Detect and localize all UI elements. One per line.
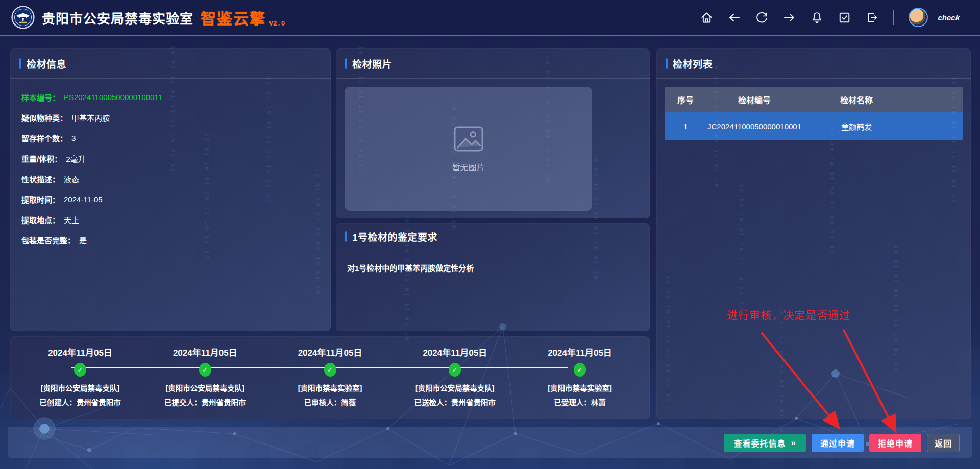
- title-accent-bar: [19, 58, 21, 69]
- username-label: check: [938, 13, 960, 22]
- back-button[interactable]: 返回: [927, 434, 960, 452]
- review-annotation-text: 进行审核，决定是否通过: [727, 307, 850, 322]
- specimen-photo-title: 检材照片: [352, 57, 392, 70]
- app-title: 贵阳市公安局禁毒实验室: [42, 8, 193, 27]
- requirement-panel: 1号检材的鉴定要求 对1号检材中的甲基苯丙胺做定性分析: [336, 223, 650, 331]
- todo-check-icon[interactable]: [838, 11, 851, 24]
- check-circle-icon: ✓: [74, 363, 86, 377]
- bell-icon[interactable]: [811, 11, 823, 24]
- user-avatar[interactable]: [909, 8, 928, 27]
- specimen-info-panel: 检材信息 样本编号： PS202411000500000100011 疑似物种类…: [10, 48, 331, 331]
- title-accent-bar: [666, 58, 668, 69]
- field-retained-count: 留存样个数： 3: [21, 128, 331, 148]
- home-icon[interactable]: [700, 11, 713, 24]
- field-weight-volume: 重量/体积： 2毫升: [21, 148, 331, 168]
- timeline-steps: 2024年11月05日 ✓ [贵阳市公安局禁毒支队] 已创建人：贵州省贵阳市 2…: [10, 336, 650, 419]
- field-sample-code: 样本编号： PS202411000500000100011: [21, 87, 331, 107]
- app-window: 10 01 10 01 10 01 10 01 10 10 01 10 01 1…: [0, 0, 980, 469]
- photo-empty-placeholder: 暂无图片: [345, 87, 592, 211]
- field-extract-time: 提取时间： 2024-11-05: [21, 189, 331, 209]
- header-divider: [893, 10, 894, 25]
- photo-empty-text: 暂无图片: [452, 161, 484, 173]
- forward-icon[interactable]: [783, 11, 796, 24]
- timeline-step-submitted: 2024年11月05日 ✓ [贵阳市公安局禁毒支队] 已提交人：贵州省贵阳市: [143, 345, 267, 419]
- top-header: 贵阳市公安局禁毒实验室 智鉴云擎 V2.0: [0, 0, 980, 36]
- timeline-step-created: 2024年11月05日 ✓ [贵阳市公安局禁毒支队] 已创建人：贵州省贵阳市: [18, 345, 142, 419]
- check-circle-icon: ✓: [199, 363, 211, 377]
- specimen-list-title-bar: 检材列表: [656, 48, 971, 79]
- requirement-content: 对1号检材中的甲基苯丙胺做定性分析: [336, 250, 650, 273]
- double-chevron-icon: »: [791, 438, 796, 448]
- specimen-list-title: 检材列表: [673, 57, 713, 70]
- timeline-step-sent: 2024年11月05日 ✓ [贵阳市公安局禁毒支队] 已送检人：贵州省贵阳市: [393, 345, 517, 419]
- footer-action-bar: 查看委托信息 » 通过申请 拒绝申请 返回: [8, 427, 972, 458]
- specimen-info-title-bar: 检材信息: [10, 48, 331, 79]
- timeline-step-reviewed: 2024年11月05日 ✓ [贵阳市禁毒实验室] 已审核人：简薇: [268, 345, 393, 419]
- view-commission-button[interactable]: 查看委托信息 »: [724, 434, 806, 452]
- requirement-title-bar: 1号检材的鉴定要求: [336, 223, 650, 250]
- specimen-list-panel: 检材列表 序号 检材编号 检材名称 1 JC202411000500000100…: [656, 48, 971, 419]
- specimen-photo-title-bar: 检材照片: [336, 48, 650, 79]
- refresh-icon[interactable]: [755, 11, 768, 24]
- check-circle-icon: ✓: [574, 363, 586, 377]
- check-circle-icon: ✓: [324, 363, 336, 377]
- timeline-step-accepted: 2024年11月05日 ✓ [贵阳市禁毒实验室] 已受理人：林萧: [518, 345, 642, 419]
- field-character-desc: 性状描述： 液态: [21, 168, 331, 189]
- specimen-info-title: 检材信息: [27, 57, 66, 70]
- logout-icon[interactable]: [866, 11, 878, 24]
- version-label: V2.0: [269, 20, 285, 28]
- cell-name: 童颜鹤发: [803, 121, 910, 132]
- title-accent-bar: [345, 231, 347, 242]
- field-package-intact: 包装是否完整： 是: [21, 230, 331, 250]
- requirement-title: 1号检材的鉴定要求: [352, 230, 437, 243]
- field-extract-place: 提取地点： 天上: [21, 209, 331, 230]
- specimen-table-row-selected[interactable]: 1 JC20241100050000010001 童颜鹤发: [665, 112, 963, 140]
- check-circle-icon: ✓: [449, 363, 461, 377]
- police-badge-logo: [11, 6, 35, 29]
- col-name: 检材名称: [803, 93, 910, 106]
- cell-no: 1: [665, 122, 706, 131]
- title-accent-bar: [345, 58, 347, 69]
- col-code: 检材编号: [706, 93, 803, 106]
- specimen-table: 序号 检材编号 检材名称 1 JC20241100050000010001 童颜…: [665, 87, 963, 140]
- header-toolbar: check: [700, 8, 960, 27]
- image-placeholder-icon: [453, 125, 484, 155]
- specimen-photo-panel: 检材照片 暂无图片: [336, 48, 650, 218]
- brand-logo-text: 智鉴云擎: [201, 6, 266, 29]
- field-suspected-type: 疑似物种类： 甲基苯丙胺: [21, 107, 331, 128]
- specimen-info-fields: 样本编号： PS202411000500000100011 疑似物种类： 甲基苯…: [10, 79, 331, 250]
- reject-button[interactable]: 拒绝申请: [869, 434, 921, 452]
- cell-code: JC20241100050000010001: [706, 122, 803, 131]
- col-no: 序号: [665, 93, 706, 106]
- specimen-table-header: 序号 检材编号 检材名称: [665, 87, 963, 112]
- back-icon[interactable]: [728, 11, 741, 24]
- approve-button[interactable]: 通过申请: [812, 434, 864, 452]
